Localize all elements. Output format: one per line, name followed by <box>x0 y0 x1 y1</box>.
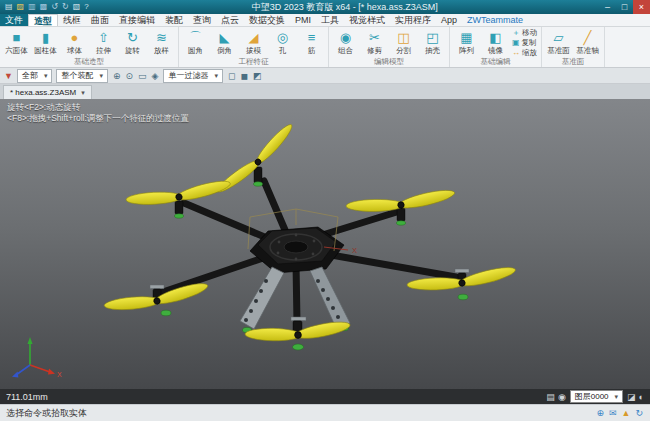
menu-tab-装配[interactable]: 装配 <box>160 14 188 26</box>
rib-button[interactable]: ≡筋 <box>297 30 326 55</box>
minimize-button[interactable]: – <box>599 0 616 14</box>
cylinder-button[interactable]: ▮圆柱体 <box>31 30 60 55</box>
maximize-button[interactable]: □ <box>616 0 633 14</box>
pick-mode-dropdown[interactable]: 单一过滤器 ▾ <box>163 69 223 83</box>
move-button[interactable]: ＋移动 <box>512 28 537 37</box>
save-all-icon[interactable]: ▩ <box>38 0 50 14</box>
datum-plane-icon: ▱ <box>554 30 564 46</box>
menu-tab-实用程序[interactable]: 实用程序 <box>390 14 436 26</box>
message-icon[interactable]: ✉ <box>608 408 618 418</box>
alert-icon[interactable]: ▲ <box>621 408 632 418</box>
pick-invert-icon[interactable]: ◩ <box>252 71 263 81</box>
move-icon: ＋ <box>512 28 520 37</box>
box-icon: ■ <box>13 30 21 46</box>
section-view-icon[interactable]: ◪ <box>627 392 636 402</box>
box-button[interactable]: ■六面体 <box>2 30 31 55</box>
split-button[interactable]: ◫分割 <box>389 30 418 55</box>
close-button[interactable]: × <box>633 0 650 14</box>
mirror-button[interactable]: ◧镜像 <box>481 30 510 55</box>
layer-manager-icon[interactable]: ▤ <box>546 392 555 402</box>
rib-icon: ≡ <box>308 30 316 46</box>
ribbon-button-label: 圆角 <box>188 46 203 55</box>
menu-tab-曲面[interactable]: 曲面 <box>86 14 114 26</box>
scale-button[interactable]: ↔缩放 <box>512 48 537 57</box>
menu-tab-查询[interactable]: 查询 <box>188 14 216 26</box>
datum-axis-icon: ╱ <box>584 30 592 46</box>
filter-type-value: 全部 <box>22 70 38 81</box>
menu-tab-PMI[interactable]: PMI <box>290 14 316 26</box>
sync-icon[interactable]: ↻ <box>634 408 644 418</box>
revolve-icon: ↻ <box>127 30 138 46</box>
redo-icon[interactable]: ↻ <box>60 0 71 14</box>
menu-tab-数据交换[interactable]: 数据交换 <box>244 14 290 26</box>
chamfer-button[interactable]: ◣倒角 <box>210 30 239 55</box>
trim-button[interactable]: ✂修剪 <box>360 30 389 55</box>
3d-viewport[interactable]: X <box>0 99 650 389</box>
document-tab-bar: * hexa.ass.Z3ASM ▾ <box>0 84 650 99</box>
extrude-icon: ⇧ <box>98 30 109 46</box>
print-icon[interactable]: ▧ <box>71 0 83 14</box>
trim-icon: ✂ <box>369 30 380 46</box>
filter-type-dropdown[interactable]: 全部 ▾ <box>17 69 53 83</box>
prompt-line-2: <F8>:拖拽+Shift+roll:调整下一个特征的过渡位置 <box>7 113 189 125</box>
hole-button[interactable]: ◎孔 <box>268 30 297 55</box>
pick-none-icon[interactable]: ◼ <box>239 71 248 81</box>
extrude-button[interactable]: ⇧拉伸 <box>89 30 118 55</box>
loft-icon: ≋ <box>156 30 167 46</box>
svg-text:X: X <box>57 371 62 378</box>
new-file-icon[interactable]: ▤ <box>3 0 15 14</box>
shell-button[interactable]: ◰抽壳 <box>418 30 447 55</box>
layer-dropdown[interactable]: 图层0000 ▾ <box>570 390 623 403</box>
menu-tab-直接编辑[interactable]: 直接编辑 <box>114 14 160 26</box>
ribbon-button-label: 复制 <box>522 38 537 47</box>
help-icon[interactable]: ? <box>82 0 90 14</box>
datum-plane-button[interactable]: ▱基准面 <box>544 30 573 55</box>
visibility-icon[interactable]: ◉ <box>558 392 566 402</box>
loft-button[interactable]: ≋放样 <box>147 30 176 55</box>
pick-last-icon[interactable]: ⊙ <box>125 71 135 81</box>
pick-window-icon[interactable]: ▭ <box>137 71 148 81</box>
menu-tab-点云[interactable]: 点云 <box>216 14 244 26</box>
menu-tab-造型[interactable]: 造型 <box>28 14 58 26</box>
sphere-button[interactable]: ●球体 <box>60 30 89 55</box>
menu-tab-ZWTeammate[interactable]: ZWTeammate <box>462 14 528 26</box>
strip-right-icons: ◪◐ <box>627 392 644 402</box>
scale-measurement: 711.01mm <box>6 392 48 402</box>
render-mode-icon[interactable]: ◐ <box>639 392 644 402</box>
ribbon-button-label: 放样 <box>154 46 169 55</box>
combine-button[interactable]: ◉组合 <box>331 30 360 55</box>
ribbon-button-label: 旋转 <box>125 46 140 55</box>
ribbon-button-label: 六面体 <box>5 46 28 55</box>
menu-tab-线框[interactable]: 线框 <box>58 14 86 26</box>
fillet-button[interactable]: ⌒圆角 <box>181 30 210 55</box>
undo-icon[interactable]: ↺ <box>49 0 60 14</box>
menu-tab-App[interactable]: App <box>436 14 462 26</box>
menu-tab-工具[interactable]: 工具 <box>316 14 344 26</box>
pattern-button[interactable]: ▦阵列 <box>452 30 481 55</box>
pick-all-icon[interactable]: ◻ <box>227 71 236 81</box>
save-icon[interactable]: ▥ <box>26 0 38 14</box>
open-file-icon[interactable]: ▨ <box>15 0 27 14</box>
document-tab[interactable]: * hexa.ass.Z3ASM ▾ <box>3 85 92 99</box>
pick-polygon-icon[interactable]: ◈ <box>151 71 160 81</box>
scale-icon: ↔ <box>512 48 520 57</box>
chevron-down-icon: ▾ <box>44 72 48 80</box>
chevron-down-icon: ▾ <box>615 391 619 402</box>
combine-icon: ◉ <box>340 30 351 46</box>
menu-tab-视觉样式[interactable]: 视觉样式 <box>344 14 390 26</box>
copy-button[interactable]: ▣复制 <box>512 38 537 47</box>
ribbon-button-label: 筋 <box>308 46 316 55</box>
shell-icon: ◰ <box>426 30 438 46</box>
datum-axis-button[interactable]: ╱基准轴 <box>573 30 602 55</box>
revolve-button[interactable]: ↻旋转 <box>118 30 147 55</box>
menu-tab-文件[interactable]: 文件 <box>0 14 28 26</box>
ribbon-button-label: 组合 <box>338 46 353 55</box>
strip-left-icons: ▤◉ <box>546 392 565 402</box>
scope-dropdown[interactable]: 整个装配 ▾ <box>56 69 108 83</box>
view-triad[interactable]: X <box>12 337 62 378</box>
draft-button[interactable]: ◢拔模 <box>239 30 268 55</box>
filter-funnel-icon[interactable]: ▼ <box>4 71 13 81</box>
pick-point-icon[interactable]: ⊕ <box>112 71 122 81</box>
selection-filter-icon[interactable]: ⊕ <box>595 408 605 418</box>
window-controls: – □ × <box>599 0 650 14</box>
